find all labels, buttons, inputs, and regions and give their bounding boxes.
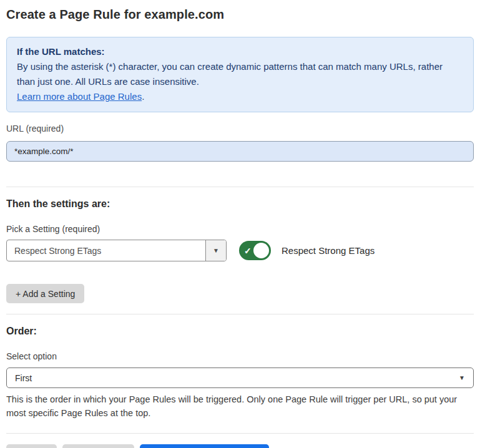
chevron-down-icon[interactable]: ▼: [205, 240, 226, 261]
info-box-link-line: Learn more about Page Rules.: [17, 89, 463, 104]
toggle-knob: [253, 243, 269, 258]
pick-setting-label: Pick a Setting (required): [6, 224, 474, 234]
url-input[interactable]: [6, 141, 474, 162]
order-select[interactable]: First ▼: [6, 368, 474, 388]
toggle-label: Respect Strong ETags: [282, 245, 375, 256]
divider: [6, 433, 474, 434]
etags-toggle[interactable]: ✓: [239, 241, 271, 260]
divider: [6, 187, 474, 187]
link-period: .: [142, 91, 144, 102]
learn-more-link[interactable]: Learn more about Page Rules: [17, 91, 142, 102]
chevron-down-icon: ▼: [459, 374, 465, 381]
save-deploy-button[interactable]: Save and Deploy Page Rule: [140, 444, 269, 448]
order-section-heading: Order:: [6, 326, 474, 337]
order-select-value: First: [15, 373, 32, 383]
settings-section-heading: Then the settings are:: [6, 198, 474, 210]
setting-dropdown-value: Respect Strong ETags: [7, 240, 205, 261]
add-setting-button[interactable]: + Add a Setting: [6, 284, 84, 303]
cancel-button[interactable]: Cancel: [6, 444, 57, 448]
footer-actions: Cancel Save as Draft Save and Deploy Pag…: [6, 444, 474, 448]
divider: [6, 314, 474, 314]
url-match-info-box: If the URL matches: By using the asteris…: [6, 37, 474, 112]
url-field-label: URL (required): [6, 124, 474, 134]
create-page-rule-form: Create a Page Rule for example.com If th…: [0, 0, 480, 448]
save-draft-button[interactable]: Save as Draft: [62, 444, 134, 448]
setting-dropdown[interactable]: Respect Strong ETags ▼: [6, 240, 227, 261]
info-box-heading: If the URL matches:: [17, 44, 463, 59]
setting-row: Respect Strong ETags ▼ ✓ Respect Strong …: [6, 240, 474, 261]
order-select-label: Select option: [6, 351, 474, 361]
order-help-text: This is the order in which your Page Rul…: [6, 392, 469, 421]
check-icon: ✓: [244, 246, 252, 255]
info-box-body: By using the asterisk (*) character, you…: [17, 59, 463, 89]
page-title: Create a Page Rule for example.com: [6, 7, 474, 22]
